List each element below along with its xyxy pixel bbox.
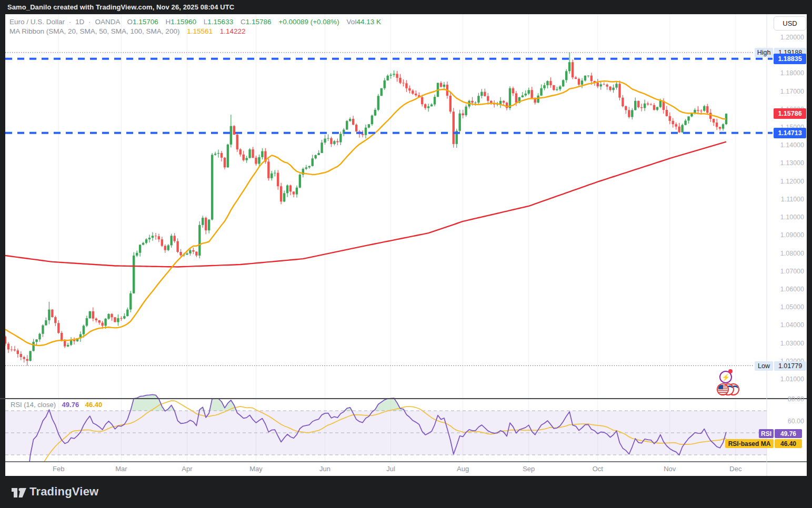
tradingview-logo-icon bbox=[9, 484, 28, 502]
symbol-legend[interactable]: Euro / U.S. Dollar · 1D · OANDA O1.15706… bbox=[9, 18, 381, 26]
month-label: Nov bbox=[664, 465, 676, 473]
price-tick-label: 1.05000 bbox=[769, 303, 804, 311]
last-price: 1.15786 bbox=[778, 110, 801, 117]
price-tick-label: 1.13000 bbox=[769, 159, 804, 167]
bolt-glyph: ⚡ bbox=[721, 373, 730, 381]
price-tick-label: 1.01000 bbox=[769, 375, 804, 383]
rsi-ma-value-badge: 46.40 bbox=[775, 439, 802, 448]
rsi-ma-name-badge: RSI-based MA bbox=[725, 439, 774, 448]
rsi-badge-label: RSI bbox=[761, 430, 771, 438]
low-value: 1.15633 bbox=[207, 18, 233, 26]
us-flag-icon bbox=[717, 383, 729, 395]
open-label: O bbox=[127, 18, 133, 26]
price-tick-label: 1.18000 bbox=[769, 69, 804, 77]
month-label: Oct bbox=[593, 465, 603, 473]
separator: · bbox=[69, 18, 72, 26]
rsi-value-badge: 49.76 bbox=[775, 429, 802, 438]
price-tick-label: 1.12000 bbox=[769, 178, 804, 185]
price-tick-label: 1.14000 bbox=[769, 141, 804, 149]
month-label: Feb bbox=[53, 465, 64, 473]
high-marker-text: High bbox=[757, 49, 771, 56]
rsi-legend[interactable]: RSI (14, close) 49.76 46.40 bbox=[11, 401, 102, 409]
price-tick-label: 1.06000 bbox=[769, 286, 804, 293]
month-label: Mar bbox=[115, 465, 127, 473]
upper-level-price-badge: 1.18835 bbox=[774, 54, 806, 64]
low-marker-label: Low bbox=[755, 361, 773, 371]
tradingview-brand-text: TradingView bbox=[29, 485, 98, 499]
rsi-legend-value: 49.76 bbox=[62, 401, 79, 409]
symbol-title: Euro / U.S. Dollar bbox=[9, 18, 65, 26]
notification-dot-icon bbox=[728, 369, 733, 373]
low-marker-text: Low bbox=[758, 362, 770, 370]
close-value: 1.15786 bbox=[246, 18, 272, 26]
chart-svg[interactable] bbox=[0, 0, 812, 508]
high-value: 1.15960 bbox=[171, 18, 196, 26]
lower-level-price-badge: 1.14713 bbox=[774, 128, 806, 138]
rsi-legend-title: RSI (14, close) bbox=[11, 401, 56, 409]
price-tick-label: 1.10000 bbox=[769, 214, 804, 221]
price-tick-label: 1.03000 bbox=[769, 340, 804, 347]
price-tick-label: 1.07000 bbox=[769, 268, 804, 275]
tradingview-logo[interactable] bbox=[9, 484, 28, 502]
month-label: May bbox=[249, 465, 263, 473]
last-price-badge: 1.15786 bbox=[774, 108, 806, 119]
volume-label: Vol bbox=[347, 18, 357, 26]
separator: · bbox=[88, 18, 91, 26]
tradingview-chart-page: Samo_Danilo created with TradingView.com… bbox=[0, 0, 812, 508]
rsi-ma-badge-value: 46.40 bbox=[780, 440, 796, 448]
close-label: C bbox=[240, 18, 246, 26]
open-value: 1.15706 bbox=[133, 18, 158, 26]
ma-ribbon-label: MA Ribbon (SMA, 20, SMA, 50, SMA, 100, S… bbox=[9, 27, 179, 35]
timeframe: 1D bbox=[75, 18, 84, 26]
price-tick-label: 1.20000 bbox=[769, 34, 804, 41]
exchange: OANDA bbox=[95, 18, 119, 26]
high-marker-label: High bbox=[755, 48, 773, 57]
rsi-tick-label: 60.00 bbox=[769, 418, 804, 425]
ma-ribbon-value-orange: 1.15561 bbox=[187, 27, 213, 35]
month-label: Jul bbox=[386, 465, 395, 473]
change-value: +0.00089 (+0.08%) bbox=[278, 18, 339, 26]
lower-level-price: 1.14713 bbox=[778, 129, 801, 137]
low-marker-value: 1.01779 bbox=[774, 361, 806, 371]
price-tick-label: 1.04000 bbox=[769, 321, 804, 329]
month-label: Aug bbox=[457, 465, 469, 473]
month-label: Apr bbox=[182, 465, 192, 473]
rsi-ma-legend-value: 46.40 bbox=[85, 401, 103, 409]
ma-ribbon-legend[interactable]: MA Ribbon (SMA, 20, SMA, 50, SMA, 100, S… bbox=[9, 27, 246, 35]
time-axis[interactable]: FebMarAprMayJunJulAugSepOctNovDec bbox=[5, 462, 767, 476]
rsi-ma-badge-label: RSI-based MA bbox=[728, 440, 771, 448]
price-tick-label: 1.17000 bbox=[769, 88, 804, 95]
rsi-badge-value: 49.76 bbox=[780, 430, 796, 438]
low-marker-price: 1.01779 bbox=[778, 362, 802, 370]
month-label: Sep bbox=[523, 465, 535, 473]
volume-value: 44.13 K bbox=[356, 18, 381, 26]
high-label: H bbox=[166, 18, 171, 26]
price-tick-label: 1.08000 bbox=[769, 250, 804, 257]
rsi-name-badge: RSI bbox=[759, 429, 774, 438]
economic-events-flags-icon[interactable] bbox=[717, 383, 741, 396]
month-label: Jun bbox=[319, 465, 330, 473]
upper-level-price: 1.18835 bbox=[778, 55, 801, 63]
price-axis[interactable]: 1.200001.180001.170001.160001.150001.140… bbox=[767, 14, 807, 462]
price-tick-label: 1.11000 bbox=[769, 196, 804, 203]
price-tick-label: 1.09000 bbox=[769, 231, 804, 239]
month-label: Dec bbox=[729, 465, 741, 473]
ma-ribbon-value-red: 1.14222 bbox=[220, 27, 246, 35]
rsi-tick-label: 80.00 bbox=[769, 395, 804, 403]
